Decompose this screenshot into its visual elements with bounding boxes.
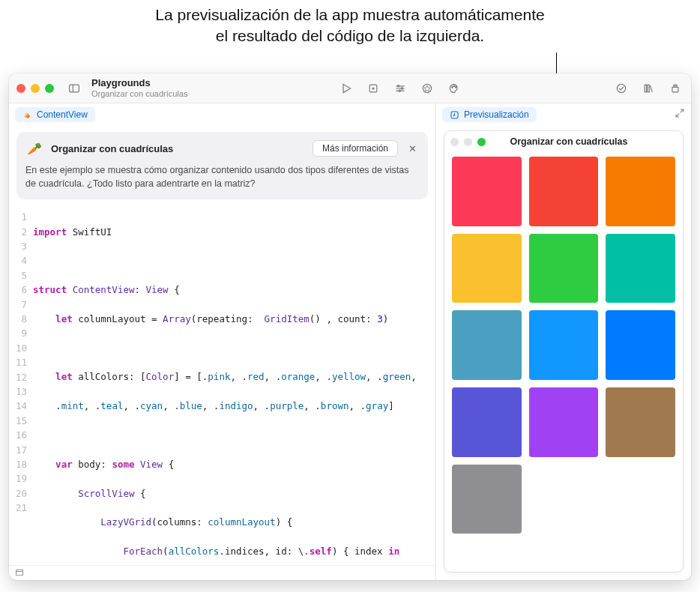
caption-line2: el resultado del código de la izquierda. — [216, 27, 484, 44]
grid-color-cell[interactable] — [529, 234, 599, 303]
grid-color-cell[interactable] — [452, 234, 522, 303]
grid-color-cell[interactable] — [452, 387, 522, 457]
app-preview-icon — [450, 110, 459, 120]
editor-tab-contentview[interactable]: ContentView — [15, 107, 95, 122]
window-maximize-button[interactable] — [45, 84, 54, 93]
swift-icon — [22, 110, 32, 120]
palette-icon[interactable] — [446, 80, 462, 97]
svg-marker-2 — [343, 84, 351, 92]
sliders-icon[interactable] — [392, 80, 408, 97]
grid-color-cell[interactable] — [529, 310, 599, 380]
app-title: Playgrounds — [91, 78, 187, 88]
svg-rect-20 — [672, 87, 678, 91]
svg-point-13 — [452, 86, 453, 88]
line-number: 11 — [9, 355, 27, 369]
preview-min-dot[interactable] — [464, 138, 472, 146]
line-number: 20 — [9, 486, 27, 501]
line-number: 19 — [9, 471, 27, 486]
editor-pane: ContentView 🥕 Organizar con cuadrículas … — [9, 103, 436, 580]
code-content[interactable]: import SwiftUI struct ContentView: View … — [33, 210, 435, 565]
preview-window-titlebar: Organizar con cuadrículas — [444, 131, 683, 152]
grid-color-cell[interactable] — [452, 310, 522, 380]
grid-color-cell[interactable] — [606, 310, 675, 380]
svg-marker-12 — [424, 85, 430, 91]
traffic-lights — [16, 84, 54, 93]
line-number: 15 — [9, 414, 27, 428]
banner-title: Organizar con cuadrículas — [51, 143, 305, 154]
window-titlebar: Playgrounds Organizar con cuadrículas — [9, 73, 691, 103]
grid-color-cell[interactable] — [606, 157, 675, 226]
grid-color-cell[interactable] — [452, 157, 522, 226]
line-number: 7 — [9, 297, 27, 312]
preview-tab-label: Previsualización — [464, 109, 529, 120]
more-info-button[interactable]: Más información — [313, 140, 398, 157]
line-number: 1 — [9, 210, 27, 224]
status-strip — [9, 565, 435, 580]
grid-color-cell[interactable] — [606, 387, 675, 457]
line-number: 3 — [9, 239, 27, 253]
banner-text: En este ejemplo se muestra cómo organiza… — [25, 163, 419, 190]
grid-color-cell[interactable] — [529, 157, 599, 226]
preview-tab[interactable]: Previsualización — [442, 107, 537, 122]
svg-point-16 — [617, 84, 625, 92]
grid-color-cell[interactable] — [606, 234, 675, 303]
play-icon[interactable] — [338, 80, 354, 97]
line-number: 8 — [9, 312, 27, 326]
svg-line-19 — [650, 85, 652, 92]
line-number: 9 — [9, 326, 27, 340]
close-banner-icon[interactable]: ✕ — [405, 142, 419, 155]
center-toolbar — [338, 80, 462, 97]
preview-close-dot[interactable] — [450, 138, 459, 146]
line-number: 6 — [9, 283, 27, 297]
library-icon[interactable] — [640, 80, 657, 97]
app-subtitle: Organizar con cuadrículas — [91, 89, 187, 98]
line-number: 12 — [9, 370, 27, 384]
line-number: 16 — [9, 428, 27, 442]
grid-color-cell[interactable] — [529, 387, 599, 457]
code-editor[interactable]: 123456789101112131415161718192021 import… — [9, 205, 435, 565]
sidebar-toggle-icon[interactable] — [66, 80, 82, 97]
playgrounds-window: Playgrounds Organizar con cuadrículas Co… — [9, 73, 691, 580]
editor-tab-label: ContentView — [37, 109, 88, 120]
banner-app-icon: 🥕 — [25, 139, 43, 157]
app-preview-window: Organizar con cuadrículas — [444, 130, 684, 573]
line-number: 5 — [9, 268, 27, 283]
preview-max-dot[interactable] — [477, 138, 486, 146]
svg-point-4 — [372, 87, 375, 89]
svg-line-26 — [681, 109, 684, 112]
explanatory-caption: La previsualización de la app muestra au… — [22, 4, 678, 47]
color-grid[interactable] — [444, 152, 683, 572]
right-toolbar — [613, 80, 684, 97]
svg-point-14 — [453, 85, 455, 87]
line-number: 13 — [9, 384, 27, 399]
editor-tab-row: ContentView — [9, 103, 435, 126]
preview-window-title: Organizar con cuadrículas — [491, 136, 677, 147]
line-number: 21 — [9, 501, 27, 515]
line-number: 14 — [9, 399, 27, 413]
svg-point-15 — [456, 86, 457, 88]
grid-color-cell[interactable] — [452, 465, 522, 534]
expand-preview-icon[interactable] — [675, 108, 685, 121]
stack-icon[interactable] — [667, 80, 684, 97]
line-number: 2 — [9, 225, 27, 239]
stop-icon[interactable] — [365, 80, 381, 97]
window-minimize-button[interactable] — [31, 84, 40, 93]
info-banner: 🥕 Organizar con cuadrículas Más informac… — [16, 132, 428, 199]
line-number-gutter: 123456789101112131415161718192021 — [9, 210, 33, 565]
svg-rect-0 — [70, 85, 79, 92]
preview-pane: Previsualización Organizar con cuadrícul… — [436, 103, 691, 580]
line-number: 18 — [9, 457, 27, 471]
window-close-button[interactable] — [16, 84, 25, 93]
breadcrumb-icon[interactable] — [15, 567, 24, 580]
svg-rect-17 — [645, 85, 646, 92]
svg-rect-23 — [16, 570, 23, 576]
line-number: 4 — [9, 253, 27, 268]
svg-rect-18 — [648, 85, 649, 92]
star-icon[interactable] — [419, 80, 435, 97]
svg-line-27 — [676, 114, 679, 117]
window-title-block: Playgrounds Organizar con cuadrículas — [91, 78, 187, 97]
line-number: 17 — [9, 443, 27, 457]
caption-line1: La previsualización de la app muestra au… — [155, 6, 544, 23]
checkmark-circle-icon[interactable] — [613, 80, 630, 97]
line-number: 10 — [9, 341, 27, 355]
